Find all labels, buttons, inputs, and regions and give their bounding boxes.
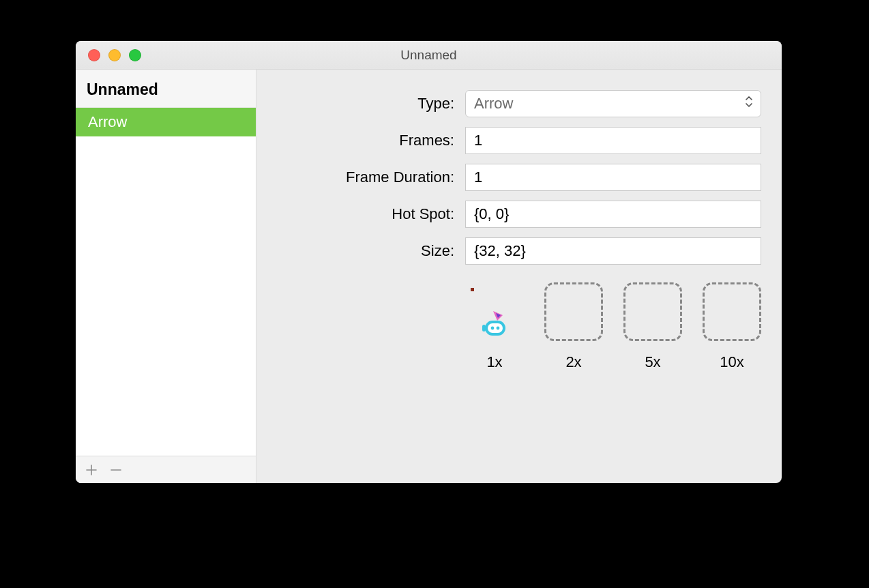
- preview-slot-10x[interactable]: [703, 282, 761, 341]
- sidebar-header: Unnamed: [76, 70, 256, 108]
- sidebar-item-arrow[interactable]: Arrow: [76, 108, 256, 136]
- preview-slot-2x[interactable]: [544, 282, 603, 341]
- window-body: Unnamed Arrow Type: Arrow: [76, 70, 782, 483]
- preview-slot-1x[interactable]: [465, 282, 524, 341]
- preview-5x: 5x: [623, 282, 682, 371]
- svg-rect-6: [482, 325, 486, 332]
- preview-slot-5x[interactable]: [623, 282, 682, 341]
- preview-label-5x: 5x: [645, 353, 660, 371]
- size-input[interactable]: [465, 237, 761, 265]
- frames-input[interactable]: [465, 127, 761, 154]
- zoom-window-button[interactable]: [129, 49, 141, 61]
- frame-duration-input[interactable]: [465, 164, 761, 191]
- remove-button[interactable]: [108, 462, 123, 477]
- minus-icon: [110, 464, 122, 476]
- preview-1x: 1x: [465, 282, 524, 371]
- minimize-window-button[interactable]: [108, 49, 121, 61]
- window-controls: [76, 49, 141, 61]
- preview-label-10x: 10x: [720, 353, 743, 371]
- sidebar-footer: [76, 456, 256, 483]
- add-button[interactable]: [84, 462, 99, 477]
- frames-label: Frames:: [277, 132, 454, 149]
- type-select-value: Arrow: [474, 95, 513, 113]
- content-panel: Type: Arrow Frames: Frame Duration: Hot …: [256, 70, 782, 483]
- size-label: Size:: [277, 242, 454, 260]
- hotspot-marker-icon: [471, 288, 474, 291]
- preview-2x: 2x: [544, 282, 603, 371]
- sidebar-list: Arrow: [76, 108, 256, 456]
- plus-icon: [85, 464, 98, 476]
- type-select[interactable]: Arrow: [465, 90, 761, 117]
- window-title: Unnamed: [76, 48, 782, 63]
- close-window-button[interactable]: [88, 49, 100, 61]
- titlebar: Unnamed: [76, 41, 782, 70]
- sidebar: Unnamed Arrow: [76, 70, 256, 483]
- hot-spot-input[interactable]: [465, 201, 761, 228]
- preview-label-1x: 1x: [486, 353, 502, 371]
- svg-point-5: [497, 327, 500, 330]
- type-label: Type:: [277, 95, 454, 113]
- svg-point-4: [491, 327, 495, 330]
- hot-spot-label: Hot Spot:: [277, 205, 454, 223]
- preview-row: 1x 2x 5x 10x: [465, 282, 761, 371]
- preview-label-2x: 2x: [565, 353, 581, 371]
- properties-form: Type: Arrow Frames: Frame Duration: Hot …: [277, 90, 761, 265]
- frame-duration-label: Frame Duration:: [277, 168, 454, 186]
- preview-10x: 10x: [703, 282, 761, 371]
- cursor-preview-icon: [478, 308, 511, 341]
- chevron-updown-icon: [744, 95, 754, 113]
- svg-rect-3: [488, 323, 503, 333]
- app-window: Unnamed Unnamed Arrow Type: Arrow: [76, 41, 782, 483]
